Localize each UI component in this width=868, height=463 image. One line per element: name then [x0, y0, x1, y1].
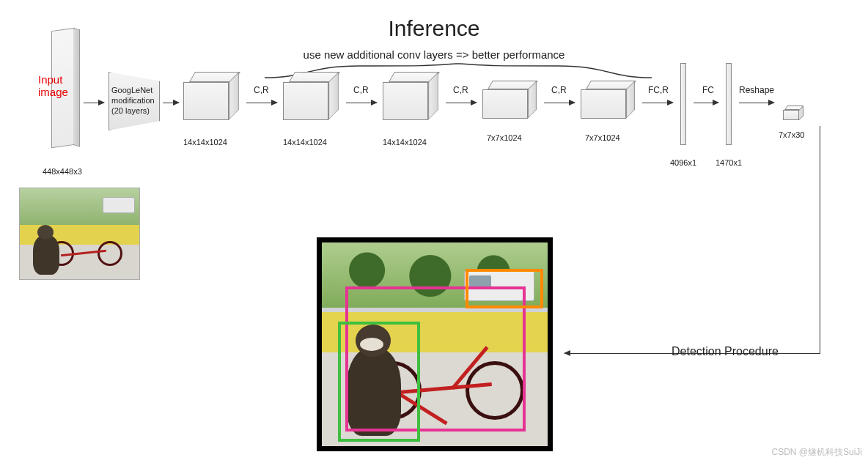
conv2-dim: 14x14x1024: [283, 138, 327, 147]
op-cr-1: C,R: [254, 85, 269, 95]
detection-connector-vertical: [820, 126, 820, 354]
input-label-line1: Input: [38, 73, 62, 86]
input-label-line2: image: [38, 86, 68, 98]
bbox-dog: [338, 322, 420, 442]
op-reshape: Reshape: [739, 85, 774, 95]
arrow-icon: [446, 103, 477, 103]
op-cr-2: C,R: [353, 85, 369, 95]
conv4-dim: 7x7x1024: [487, 133, 522, 142]
arrow-icon: [346, 103, 377, 103]
op-cr-3: C,R: [453, 85, 468, 95]
detection-output-image: [317, 237, 553, 451]
op-cr-4: C,R: [551, 85, 567, 95]
input-dim: 448x448x3: [43, 167, 82, 176]
conv5-dim: 7x7x1024: [585, 133, 620, 142]
fc-layer-1: [680, 63, 686, 145]
input-image-label: Input image: [38, 73, 68, 99]
input-thumbnail-image: [19, 188, 140, 280]
arrow-icon: [163, 103, 179, 103]
arrow-icon: [642, 103, 673, 103]
diagram-title: Inference: [388, 16, 479, 41]
conv1-dim: 14x14x1024: [183, 138, 227, 147]
arrow-icon: [739, 103, 774, 103]
op-fc: FC: [702, 85, 714, 95]
arrow-icon: [694, 103, 718, 103]
output-dim: 7x7x30: [779, 130, 804, 139]
arrow-icon: [544, 103, 575, 103]
conv3-dim: 14x14x1024: [383, 138, 427, 147]
fc1-dim: 4096x1: [670, 158, 696, 167]
arrow-icon: [84, 103, 104, 103]
googlenet-label: GoogLeNet modification (20 layers): [111, 86, 155, 116]
fc2-dim: 1470x1: [716, 158, 742, 167]
watermark: CSDN @燧机科技SuiJi: [771, 446, 862, 459]
diagram-subtitle: use new additional conv layers => better…: [304, 48, 565, 61]
op-fcr: FC,R: [648, 85, 669, 95]
bbox-truck: [466, 269, 543, 308]
arrow-icon: [246, 103, 277, 103]
fc-layer-2: [726, 63, 732, 145]
detection-procedure-label: Detection Procedure: [672, 345, 779, 358]
